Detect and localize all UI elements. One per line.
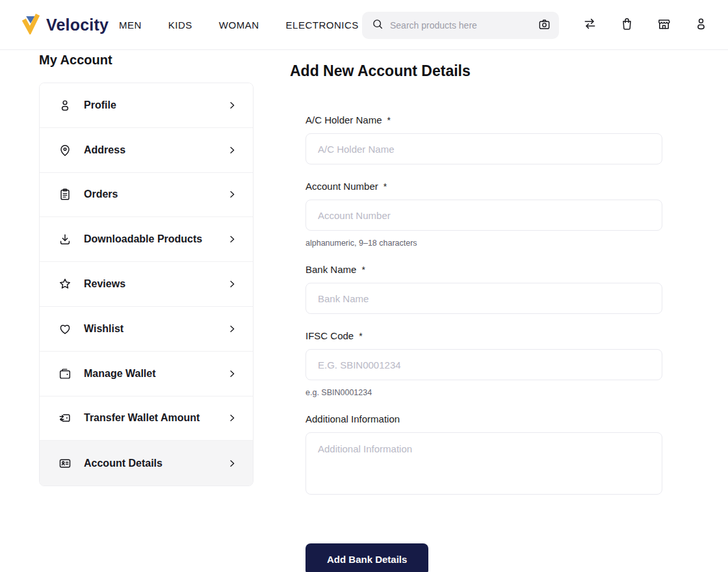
- label-text: IFSC Code: [306, 330, 354, 341]
- field-label: IFSC Code *: [306, 330, 662, 341]
- transfer-icon: [58, 411, 72, 425]
- field-label: Bank Name *: [306, 264, 662, 275]
- chevron-right-icon: [227, 413, 237, 423]
- label-text: A/C Holder Name: [306, 114, 382, 125]
- label-text: Bank Name: [306, 264, 356, 275]
- sidebar-item-label: Profile: [84, 99, 227, 111]
- chevron-right-icon: [227, 369, 237, 379]
- chevron-right-icon: [227, 145, 237, 155]
- download-icon: [58, 232, 72, 246]
- sidebar-item-wishlist[interactable]: Wishlist: [40, 307, 253, 352]
- form-title: Add New Account Details: [290, 62, 471, 80]
- sidebar-item-label: Wishlist: [84, 323, 227, 335]
- ac-holder-name-input[interactable]: [306, 133, 662, 164]
- sidebar-item-label: Reviews: [84, 278, 227, 290]
- sidebar-item-label: Orders: [84, 188, 227, 200]
- sidebar-item-label: Manage Wallet: [84, 368, 227, 380]
- sidebar-item-label: Account Details: [84, 458, 227, 469]
- nav-kids[interactable]: KIDS: [168, 20, 192, 31]
- field-group-ifsc-code: IFSC Code * e.g. SBIN0001234: [306, 330, 662, 397]
- field-group-account-number: Account Number * alphanumeric, 9–18 char…: [306, 181, 662, 248]
- chevron-right-icon: [227, 234, 237, 244]
- star-icon: [58, 277, 72, 291]
- account-number-input[interactable]: [306, 200, 662, 231]
- user-icon: [58, 98, 72, 112]
- velocity-check-icon: [20, 12, 42, 37]
- ifsc-code-hint: e.g. SBIN0001234: [306, 388, 662, 397]
- required-marker: *: [361, 265, 365, 275]
- sidebar-item-transfer-wallet-amount[interactable]: Transfer Wallet Amount: [40, 396, 253, 441]
- brand-name: Velocity: [46, 16, 109, 34]
- chevron-right-icon: [227, 279, 237, 289]
- bank-details-form: A/C Holder Name * Account Number * alpha…: [306, 114, 662, 572]
- camera-icon[interactable]: [538, 18, 551, 34]
- chevron-right-icon: [227, 458, 237, 469]
- sidebar-item-label: Transfer Wallet Amount: [84, 412, 227, 424]
- map-pin-icon: [58, 143, 72, 157]
- chevron-right-icon: [227, 324, 237, 334]
- add-bank-details-button[interactable]: Add Bank Details: [306, 543, 428, 572]
- additional-information-textarea[interactable]: [306, 432, 662, 495]
- sidebar-item-manage-wallet[interactable]: Manage Wallet: [40, 352, 253, 396]
- chevron-right-icon: [227, 100, 237, 110]
- label-text: Additional Information: [306, 413, 400, 424]
- field-label: Additional Information: [306, 413, 662, 424]
- page-title: My Account: [39, 53, 112, 68]
- required-marker: *: [359, 331, 362, 341]
- ifsc-code-input[interactable]: [306, 349, 662, 380]
- user-icon[interactable]: [694, 16, 708, 34]
- nav-woman[interactable]: WOMAN: [219, 20, 259, 31]
- field-group-bank-name: Bank Name *: [306, 264, 662, 314]
- sidebar-item-account-details[interactable]: Account Details: [40, 441, 253, 486]
- sidebar-item-label: Address: [84, 144, 227, 156]
- required-marker: *: [384, 181, 387, 192]
- label-text: Account Number: [306, 181, 378, 192]
- sidebar-item-orders[interactable]: Orders: [40, 173, 253, 218]
- chevron-right-icon: [227, 189, 237, 200]
- sidebar-item-reviews[interactable]: Reviews: [40, 262, 253, 307]
- sidebar-item-profile[interactable]: Profile: [40, 83, 253, 128]
- search-bar: [362, 12, 559, 39]
- nav-electronics[interactable]: ELECTRONICS: [286, 20, 359, 31]
- page: Velocity MEN KIDS WOMAN ELECTRONICS: [0, 0, 728, 572]
- brand-logo[interactable]: Velocity: [20, 12, 109, 37]
- id-card-icon: [58, 456, 72, 471]
- header-actions: [582, 0, 708, 50]
- search-input[interactable]: [390, 20, 532, 31]
- sidebar-item-address[interactable]: Address: [40, 128, 253, 173]
- nav-men[interactable]: MEN: [119, 20, 142, 31]
- sidebar-item-downloadable-products[interactable]: Downloadable Products: [40, 217, 253, 262]
- field-group-additional-information: Additional Information: [306, 413, 662, 497]
- header: Velocity MEN KIDS WOMAN ELECTRONICS: [0, 0, 728, 50]
- search-icon: [371, 18, 384, 33]
- storefront-icon[interactable]: [656, 16, 671, 34]
- main-nav: MEN KIDS WOMAN ELECTRONICS: [119, 0, 359, 50]
- account-number-hint: alphanumeric, 9–18 characters: [306, 239, 662, 248]
- bank-name-input[interactable]: [306, 283, 662, 314]
- field-group-ac-holder-name: A/C Holder Name *: [306, 114, 662, 164]
- shopping-bag-icon[interactable]: [619, 16, 634, 34]
- wallet-icon: [58, 367, 72, 381]
- heart-icon: [58, 322, 72, 336]
- compare-arrows-icon[interactable]: [582, 16, 597, 34]
- account-menu: Profile Address: [39, 83, 254, 486]
- sidebar-item-label: Downloadable Products: [84, 233, 227, 245]
- required-marker: *: [387, 115, 391, 125]
- field-label: Account Number *: [306, 181, 662, 192]
- field-label: A/C Holder Name *: [306, 114, 662, 125]
- clipboard-icon: [58, 187, 72, 202]
